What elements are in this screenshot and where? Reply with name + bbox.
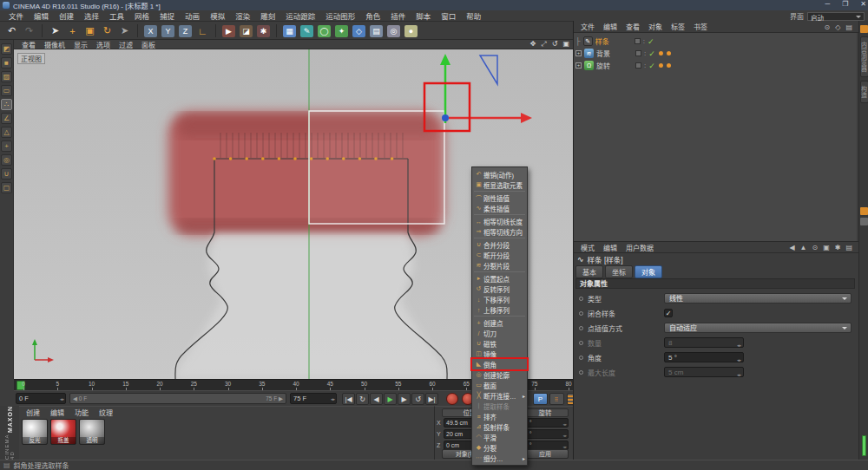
light-icon[interactable]: ● [403,23,419,38]
play-backward-icon[interactable]: ↺ [411,393,424,405]
attr-stepper-3[interactable]: 8 [664,337,744,348]
context-item-project-spline[interactable]: ⊿投射样条 [472,421,527,432]
spline-point[interactable] [229,157,233,160]
polygon-mode-icon[interactable]: △ [1,127,12,138]
attr-dropdown-0[interactable]: 线性 [664,293,852,304]
material-menu-1[interactable]: 编辑 [45,408,69,417]
edge-mode-icon[interactable]: ∠ [1,113,12,124]
material-gray[interactable]: 透明 [79,419,105,445]
context-item-split[interactable]: ◆分裂 [472,442,527,453]
context-item-join-segment[interactable]: ∪合并分段 [472,239,527,250]
row-toggle-icon[interactable] [579,326,583,330]
am-menu-0[interactable]: 模式 [576,243,599,252]
current-frame-field[interactable]: 0 F [16,393,66,404]
row-toggle-icon[interactable] [579,311,583,316]
attr-stepper-5[interactable]: 5 cm [664,367,744,377]
menu-item-12[interactable]: 运动图形 [320,10,360,21]
layer-square[interactable] [635,50,641,56]
texture-tag[interactable] [667,51,671,55]
material-white[interactable]: 反光 [22,419,48,445]
menu-item-8[interactable]: 模拟 [205,10,230,21]
context-item-cross-section[interactable]: ▭截面 [472,380,527,390]
make-editable-icon[interactable]: ◩ [1,43,12,55]
live-selection-icon[interactable]: ➤ [47,23,63,38]
menu-item-10[interactable]: 雕刻 [255,10,280,21]
render-settings-icon[interactable]: ✱ [255,23,272,38]
object-row-0[interactable]: ├✎样条:✓ [575,36,853,47]
context-item-magnet[interactable]: ∪磁铁 [472,338,527,349]
menu-item-5[interactable]: 网格 [129,10,155,21]
enable-check[interactable]: ✓ [648,37,654,46]
coordinate-system-icon[interactable]: ∟ [194,23,211,38]
context-item-reverse-sequence[interactable]: ↺反转序列 [472,284,527,294]
material-red[interactable]: 瓶盖 [50,419,76,445]
attr-stepper-4[interactable]: 5 ° [664,352,744,362]
environment-icon[interactable]: ◇ [351,23,367,38]
visibility-dots[interactable]: : [644,63,646,69]
menu-item-17[interactable]: 帮助 [461,10,486,21]
om-menu-4[interactable]: 标签 [667,22,689,31]
keyframe-selection-p-icon[interactable]: P [533,393,548,405]
side-tab-1[interactable]: 构造 [860,81,868,103]
rotate-view-icon[interactable]: ↺ [552,40,558,49]
object-manager-list[interactable]: ├✎样条:✓+≋背景:✓+Ω旋转:✓ [574,33,857,241]
model-mode-icon[interactable]: ■ [1,57,12,69]
am-copy-icon[interactable]: ▣ [823,244,830,251]
spline-point[interactable] [278,157,281,160]
menu-item-9[interactable]: 渲染 [230,10,255,21]
context-item-frame-selected-elements[interactable]: ▣框显选取元素 [472,180,527,190]
lock-z-icon[interactable]: Z [177,23,194,38]
zoom-view-icon[interactable]: ⤢ [541,40,546,49]
deformer-icon[interactable]: ✦ [333,23,350,38]
texture-tag[interactable] [667,63,671,68]
keyframe-dots-icon[interactable]: ⠿ [549,393,564,405]
object-row-1[interactable]: +≋背景:✓ [575,48,853,59]
row-toggle-icon[interactable] [579,341,583,345]
attribute-tab-2[interactable]: 对象 [635,265,662,278]
object-name[interactable]: 背景 [596,49,633,58]
pan-view-icon[interactable]: ✥ [530,40,536,49]
context-item-mirror[interactable]: ◫镜像 [472,349,527,359]
row-toggle-icon[interactable] [579,297,583,301]
camera-icon[interactable]: ◎ [385,23,402,38]
om-search-icon[interactable]: ⊙ [825,23,831,31]
layer-square[interactable] [635,38,641,44]
toggle-view-icon[interactable]: ▣ [562,40,569,49]
goto-end-icon[interactable]: ▶| [425,393,438,405]
viewport-view-label[interactable]: 正视图 [17,53,45,64]
am-search-icon[interactable]: ⊙ [812,244,818,251]
render-region-icon[interactable]: ◪ [238,23,254,38]
context-item-subdivide[interactable]: ⋯细分…▸ [472,453,527,463]
attribute-tab-1[interactable]: 坐标 [605,265,633,278]
context-item-move-down-sequence[interactable]: ↓下移序列 [472,294,527,304]
context-item-undo-action[interactable]: ↶撤销(动作) [472,169,527,180]
viewport-menu-2[interactable]: 显示 [69,40,92,49]
rotation-H-field[interactable]: 0 ° [522,418,569,428]
om-menu-3[interactable]: 对象 [644,22,667,31]
context-item-smooth[interactable]: ◠平滑 [472,432,527,442]
menu-item-7[interactable]: 动画 [180,10,205,21]
context-item-line-up[interactable]: ≡排齐 [472,411,527,421]
undo-icon[interactable]: ↶ [3,23,20,38]
layer-square[interactable] [635,62,641,69]
expand-toggle[interactable]: + [575,50,582,56]
viewport-menu-1[interactable]: 摄像机 [40,40,69,49]
rotate-icon[interactable]: ↻ [99,23,115,38]
enable-check[interactable]: ✓ [648,62,655,70]
menu-item-16[interactable]: 窗口 [436,10,461,21]
subdivision-surface-icon[interactable]: ◯ [316,23,332,38]
scale-icon[interactable]: ▣ [82,23,98,38]
context-item-set-first-point[interactable]: ▸设置起点 [472,273,527,284]
previous-frame-icon[interactable]: ◀ [370,393,383,405]
enable-check[interactable]: ✓ [648,49,655,58]
context-item-soft-interpolation[interactable]: ∿柔性插值 [472,203,527,213]
context-item-disconnect[interactable]: ╳断开连接…▸ [472,390,527,401]
menu-item-3[interactable]: 选择 [79,10,104,21]
am-menu-2[interactable]: 用户数据 [621,243,658,252]
am-settings-icon[interactable]: ✱ [835,244,841,251]
panel-icon-2[interactable] [860,218,868,225]
maximize-button[interactable]: ❐ [842,0,848,8]
spline-point[interactable] [213,157,216,160]
menu-item-6[interactable]: 捕捉 [155,10,180,21]
expand-toggle[interactable]: + [575,62,582,69]
